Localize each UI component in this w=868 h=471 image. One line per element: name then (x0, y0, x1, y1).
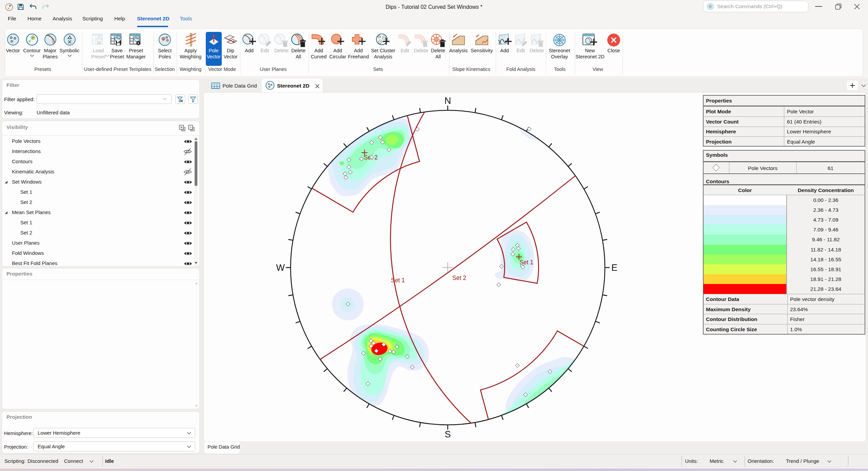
svg-text:Set 1: Set 1 (391, 277, 405, 284)
svg-text:E: E (611, 263, 617, 273)
svg-text:W: W (276, 263, 285, 273)
svg-text:Set 2: Set 2 (452, 275, 466, 281)
svg-text:N: N (445, 96, 451, 106)
svg-text:S: S (445, 429, 451, 439)
